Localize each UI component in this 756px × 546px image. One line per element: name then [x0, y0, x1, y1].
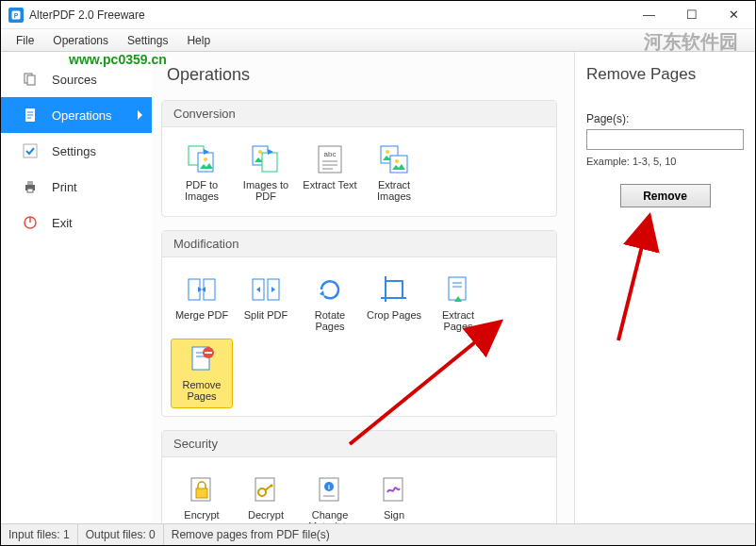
sidebar-item-label: Settings [52, 144, 96, 158]
sidebar-item-label: Operations [52, 108, 112, 123]
merge-icon [186, 273, 218, 306]
op-encrypt[interactable]: Encrypt [171, 469, 233, 523]
close-button[interactable]: ✕ [713, 1, 755, 28]
op-pdf-to-images[interactable]: PDF to Images [171, 139, 233, 208]
remove-pages-icon [186, 343, 218, 375]
sidebar-item-sources[interactable]: Sources [1, 61, 152, 97]
status-output-files: Output files: 0 [78, 524, 164, 545]
minimize-button[interactable]: — [628, 1, 670, 28]
svg-point-26 [386, 150, 389, 154]
svg-text:P: P [14, 12, 19, 19]
svg-rect-43 [205, 352, 212, 354]
split-icon [250, 273, 282, 306]
menu-settings[interactable]: Settings [118, 31, 177, 50]
section-header: Security [162, 431, 556, 457]
op-images-to-pdf[interactable]: Images to PDF [235, 139, 297, 208]
remove-button[interactable]: Remove [620, 184, 711, 207]
op-label: Decrypt [248, 509, 284, 523]
sidebar-item-print[interactable]: Print [1, 169, 152, 205]
right-panel: Remove Pages Page(s): Example: 1-3, 5, 1… [574, 52, 755, 523]
lock-icon [186, 473, 218, 505]
svg-rect-36 [449, 277, 466, 300]
crop-icon [378, 273, 410, 306]
document-icon [22, 107, 39, 124]
op-label: Rotate Pages [302, 309, 358, 332]
sign-icon [378, 473, 410, 505]
op-label: Extract Pages [430, 309, 486, 332]
extract-pages-icon [442, 273, 474, 306]
sidebar-item-label: Sources [52, 73, 97, 87]
svg-rect-10 [27, 181, 33, 185]
op-crop-pages[interactable]: Crop Pages [363, 269, 425, 339]
sidebar-item-settings[interactable]: Settings [1, 133, 152, 169]
op-split-pdf[interactable]: Split PDF [235, 269, 297, 339]
op-remove-pages[interactable]: Remove Pages [171, 339, 233, 408]
op-label: Change Metadata [302, 509, 358, 523]
op-rotate-pages[interactable]: Rotate Pages [299, 269, 361, 339]
sidebar-item-label: Exit [52, 216, 73, 230]
maximize-button[interactable]: ☐ [670, 1, 713, 28]
metadata-icon: i [314, 473, 346, 505]
statusbar: Input files: 1 Output files: 0 Remove pa… [1, 523, 755, 545]
svg-rect-3 [27, 75, 35, 85]
op-label: Encrypt [184, 509, 219, 523]
pages-label: Page(s): [586, 112, 744, 125]
op-extract-text[interactable]: abc Extract Text [299, 139, 361, 208]
op-label: Extract Images [366, 179, 422, 202]
sidebar-item-exit[interactable]: Exit [1, 205, 152, 240]
menu-help[interactable]: Help [177, 31, 220, 50]
check-icon [22, 142, 39, 159]
svg-rect-11 [27, 189, 33, 192]
svg-text:abc: abc [324, 150, 337, 158]
op-label: Merge PDF [175, 309, 228, 332]
op-extract-images[interactable]: Extract Images [363, 139, 425, 208]
op-merge-pdf[interactable]: Merge PDF [171, 269, 233, 339]
op-label: Crop Pages [367, 309, 421, 332]
pdf-to-images-icon [186, 143, 218, 175]
pages-example: Example: 1-3, 5, 10 [586, 156, 744, 167]
images-to-pdf-icon [250, 143, 282, 175]
op-change-metadata[interactable]: i Change Metadata [299, 469, 361, 523]
main-content: Operations Conversion PDF to Images Imag… [152, 52, 574, 523]
svg-rect-33 [386, 281, 403, 298]
titlebar: P AlterPDF 2.0 Freeware — ☐ ✕ [1, 1, 755, 29]
extract-text-icon: abc [314, 143, 346, 175]
sidebar-item-operations[interactable]: Operations [1, 97, 152, 133]
svg-point-28 [395, 159, 399, 163]
op-extract-pages[interactable]: Extract Pages [427, 269, 489, 339]
section-modification: Modification Merge PDF Split PDF [161, 230, 557, 417]
op-decrypt[interactable]: Decrypt [235, 469, 297, 523]
app-icon: P [8, 8, 24, 23]
svg-text:i: i [328, 484, 330, 490]
op-label: Split PDF [244, 309, 288, 332]
status-description: Remove pages from PDF file(s) [164, 524, 337, 545]
key-icon [250, 473, 282, 505]
svg-rect-27 [390, 156, 407, 173]
menu-operations[interactable]: Operations [43, 31, 118, 50]
section-security: Security Encrypt Decrypt i [161, 430, 557, 523]
svg-rect-45 [196, 488, 207, 498]
panel-title: Remove Pages [586, 65, 744, 84]
page-title: Operations [167, 65, 557, 85]
svg-line-49 [271, 485, 272, 487]
op-label: Remove Pages [173, 379, 230, 402]
window-title: AlterPDF 2.0 Freeware [29, 8, 628, 22]
svg-rect-19 [262, 153, 277, 172]
op-label: PDF to Images [173, 179, 230, 202]
sidebar-item-label: Print [52, 180, 77, 194]
section-header: Modification [162, 231, 556, 257]
sidebar: Sources Operations Settings Print Exit [1, 52, 152, 523]
op-sign[interactable]: Sign [363, 469, 425, 523]
pages-input[interactable] [586, 129, 744, 150]
power-icon [22, 214, 39, 231]
extract-images-icon [378, 143, 410, 175]
section-header: Conversion [162, 101, 556, 127]
menubar: File Operations Settings Help [1, 29, 755, 52]
rotate-icon [314, 273, 346, 306]
section-conversion: Conversion PDF to Images Images to PDF [161, 100, 557, 217]
menu-file[interactable]: File [7, 31, 43, 50]
op-label: Images to PDF [238, 179, 294, 202]
op-label: Extract Text [303, 179, 356, 202]
svg-point-16 [204, 157, 207, 161]
svg-point-18 [258, 150, 262, 154]
